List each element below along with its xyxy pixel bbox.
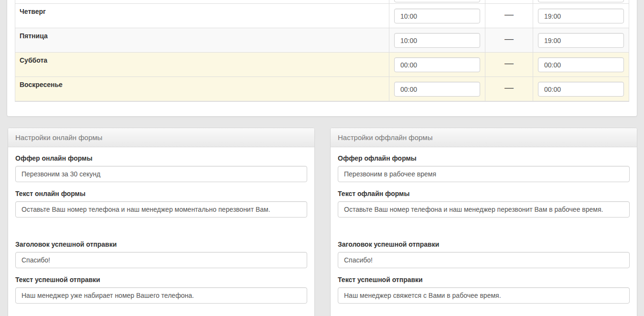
table-row-partial: [15, 0, 629, 4]
online-text-input[interactable]: [15, 201, 307, 218]
time-from-input[interactable]: [394, 9, 480, 23]
time-range-dash: —: [485, 77, 533, 101]
time-to-cell: [533, 53, 629, 76]
day-label: Четверг: [15, 4, 389, 28]
time-range-dash: —: [485, 28, 533, 52]
online-success-text-group: Текст успешной отправки: [15, 276, 307, 304]
time-range-dash: —: [485, 4, 533, 28]
online-offer-group: Оффер онлайн формы: [15, 154, 307, 182]
time-from-input[interactable]: [394, 33, 480, 48]
offline-success-text-input[interactable]: [338, 287, 630, 304]
offline-text-label: Текст офлайн формы: [338, 190, 630, 197]
table-row-saturday: Суббота —: [15, 53, 629, 77]
spacer: [15, 225, 307, 240]
online-success-title-label: Заголовок успешной отправки: [15, 240, 307, 248]
offline-text-input[interactable]: [338, 201, 630, 218]
offline-offer-input[interactable]: [338, 166, 630, 182]
time-to-input[interactable]: [538, 0, 624, 2]
offline-offer-label: Оффер офлайн формы: [338, 154, 630, 162]
online-success-text-label: Текст успешной отправки: [15, 276, 307, 283]
offline-success-title-input[interactable]: [338, 252, 630, 268]
time-to-input[interactable]: [538, 33, 624, 48]
offline-success-title-group: Заголовок успешной отправки: [338, 240, 630, 268]
offline-success-text-group: Текст успешной отправки: [338, 276, 630, 304]
time-from-cell: [389, 28, 485, 52]
day-label: Суббота: [15, 53, 389, 76]
time-to-input[interactable]: [538, 9, 624, 23]
online-success-title-group: Заголовок успешной отправки: [15, 240, 307, 268]
online-text-label: Текст онлайн формы: [15, 190, 307, 197]
online-offer-input[interactable]: [15, 166, 307, 182]
offline-success-text-label: Текст успешной отправки: [338, 276, 630, 283]
time-to-input[interactable]: [538, 82, 624, 97]
online-text-group: Текст онлайн формы: [15, 190, 307, 218]
day-label: Пятница: [15, 28, 389, 52]
time-from-cell: [389, 0, 485, 3]
online-form-settings-panel: Настройки онлайн формы Оффер онлайн форм…: [8, 128, 315, 316]
offline-panel-body: Оффер офлайн формы Текст офлайн формы За…: [331, 147, 637, 316]
panel-title-online: Настройки онлайн формы: [8, 128, 314, 147]
table-row-sunday: Воскресенье —: [15, 77, 629, 101]
table-row-friday: Пятница —: [15, 28, 629, 53]
schedule-table: Четверг — Пятница — Суббота —: [15, 0, 629, 102]
time-from-input[interactable]: [394, 57, 480, 72]
time-to-cell: [533, 0, 629, 3]
online-success-text-input[interactable]: [15, 287, 307, 304]
time-to-cell: [533, 77, 629, 101]
day-label-cell: [15, 0, 389, 3]
offline-text-group: Текст офлайн формы: [338, 190, 630, 218]
table-row-thursday: Четверг —: [15, 4, 629, 28]
time-range-dash: —: [485, 53, 533, 76]
time-from-cell: [389, 53, 485, 76]
offline-offer-group: Оффер офлайн формы: [338, 154, 630, 182]
time-to-cell: [533, 28, 629, 52]
spacer: [338, 225, 630, 240]
form-settings-row: Настройки онлайн формы Оффер онлайн форм…: [8, 128, 637, 316]
working-hours-panel: Четверг — Пятница — Суббота —: [7, 0, 637, 117]
online-offer-label: Оффер онлайн формы: [15, 154, 307, 162]
time-from-input[interactable]: [394, 82, 480, 97]
panel-title-offline: Настройки оффлайн формы: [331, 128, 637, 147]
online-success-title-input[interactable]: [15, 252, 307, 268]
time-from-cell: [389, 77, 485, 101]
time-to-input[interactable]: [538, 57, 624, 72]
time-to-cell: [533, 4, 629, 28]
time-from-cell: [389, 4, 485, 28]
time-range-dash: [485, 0, 533, 3]
time-from-input[interactable]: [394, 0, 480, 2]
offline-form-settings-panel: Настройки оффлайн формы Оффер офлайн фор…: [330, 128, 637, 316]
online-panel-body: Оффер онлайн формы Текст онлайн формы За…: [8, 147, 314, 316]
day-label: Воскресенье: [15, 77, 389, 101]
offline-success-title-label: Заголовок успешной отправки: [338, 240, 630, 248]
